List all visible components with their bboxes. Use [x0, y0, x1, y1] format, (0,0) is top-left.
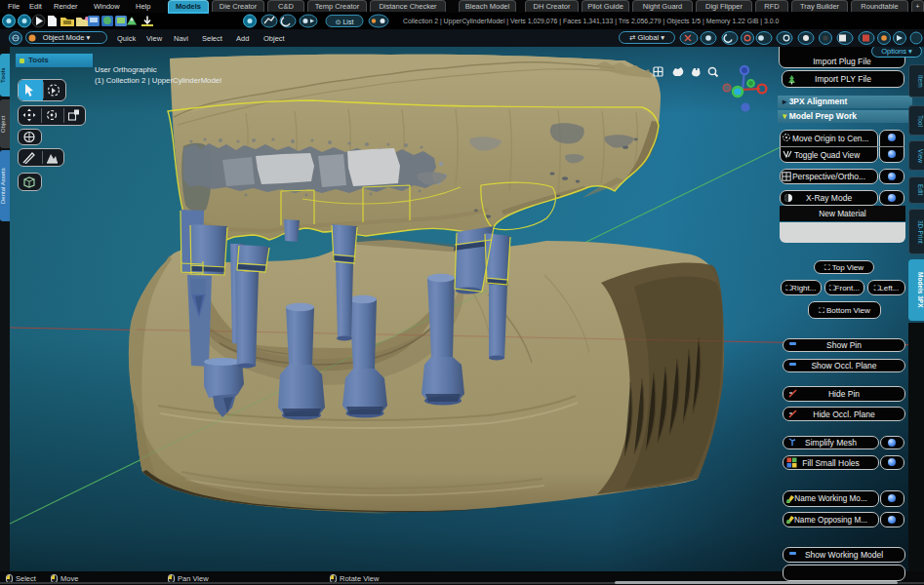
svg-text:⊙ List: ⊙ List: [336, 19, 354, 25]
